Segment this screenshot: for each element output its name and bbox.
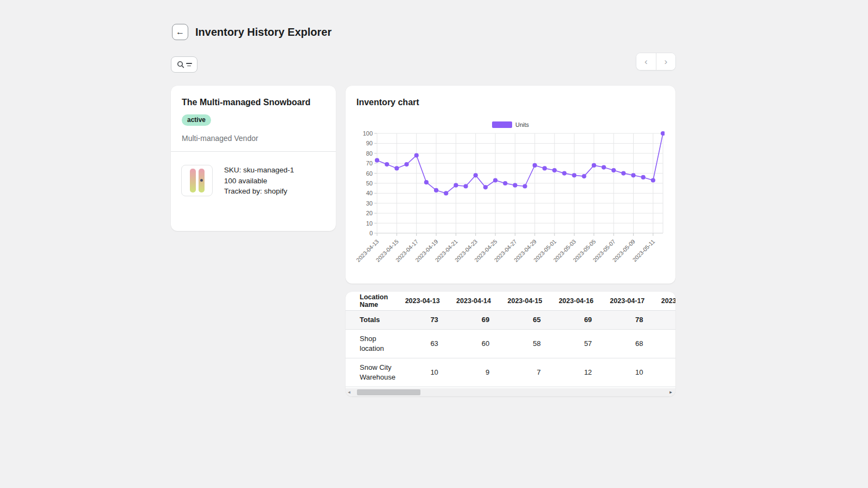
chart-data-point — [493, 178, 497, 182]
scroll-right-icon[interactable]: ▸ — [667, 388, 674, 396]
chart-data-point — [474, 173, 478, 177]
scroll-left-icon[interactable]: ◂ — [346, 388, 353, 396]
value-cell: 10 — [602, 358, 653, 387]
chart-data-point — [611, 168, 616, 172]
chart-data-point — [533, 163, 537, 168]
location-name-cell: Snow City Warehouse — [346, 358, 397, 387]
horizontal-scrollbar[interactable]: ◂ ▸ — [346, 388, 675, 396]
value-cell: 65 — [499, 310, 550, 329]
product-title: The Multi-managed Snowboard — [182, 98, 325, 107]
chart-data-point — [463, 184, 468, 188]
chart-data-point — [513, 183, 517, 188]
value-cell — [653, 310, 675, 329]
chart-data-point — [592, 163, 596, 168]
inventory-line-chart: 01020304050607080901002023-04-132023-04-… — [356, 129, 665, 271]
table-body: Totals7369656978Shop location6360585768S… — [346, 310, 675, 387]
y-axis-tick-label: 100 — [363, 130, 373, 137]
chart-data-point — [375, 158, 379, 163]
chart-data-point — [414, 153, 419, 157]
chart-data-point — [641, 175, 646, 179]
value-cell: 78 — [602, 310, 653, 329]
column-header: 2023-04-16 — [551, 292, 602, 310]
tracked-by-label: Tracked by: shopify — [224, 186, 294, 197]
table-row: Totals7369656978 — [346, 310, 675, 329]
column-header: Location Name — [346, 292, 397, 310]
chart-data-point — [582, 174, 586, 178]
chevron-right-icon: › — [664, 56, 667, 67]
next-page-button[interactable]: › — [656, 53, 676, 70]
vendor-label: Multi-managed Vendor — [182, 134, 325, 143]
previous-page-button[interactable]: ‹ — [636, 53, 656, 70]
product-thumbnail — [181, 165, 213, 196]
value-cell: 7 — [499, 358, 550, 387]
location-name-cell: Shop location — [346, 329, 397, 358]
chart-data-point — [661, 131, 665, 136]
chevron-left-icon: ‹ — [644, 56, 648, 67]
value-cell: 10 — [397, 358, 448, 387]
y-axis-tick-label: 50 — [366, 180, 373, 187]
chart-data-point — [483, 185, 488, 189]
value-cell: 58 — [499, 329, 550, 358]
value-cell — [653, 329, 675, 358]
chart-data-point — [572, 173, 576, 177]
value-cell: 68 — [602, 329, 653, 358]
y-axis-tick-label: 40 — [366, 190, 373, 196]
chart-data-point — [631, 173, 635, 177]
value-cell — [653, 358, 675, 387]
back-button[interactable]: ← — [172, 24, 188, 40]
chart-data-point — [424, 180, 429, 184]
inventory-chart-card: Inventory chart Units 010203040506070809… — [346, 86, 675, 284]
y-axis-tick-label: 0 — [369, 230, 373, 236]
y-axis-tick-label: 30 — [366, 200, 373, 207]
chart-data-point — [444, 191, 448, 195]
product-card: The Multi-managed Snowboard active Multi… — [171, 86, 336, 231]
value-cell: 60 — [448, 329, 499, 358]
column-header: 2023-04-13 — [397, 292, 448, 310]
inventory-table-card: Location Name2023-04-132023-04-142023-04… — [346, 292, 675, 396]
value-cell: 57 — [551, 329, 602, 358]
search-icon — [177, 61, 184, 68]
y-axis-tick-label: 70 — [366, 160, 373, 166]
column-header: 2023-04-14 — [448, 292, 499, 310]
value-cell: 63 — [397, 329, 448, 358]
available-label: 100 available — [224, 176, 294, 187]
chart-data-point — [394, 166, 399, 170]
scrollbar-thumb[interactable] — [357, 389, 420, 395]
column-header: 2023-04-18 — [653, 292, 675, 310]
value-cell: 69 — [448, 310, 499, 329]
chart-data-point — [552, 168, 557, 172]
chart-data-point — [434, 188, 438, 192]
filter-icon — [186, 63, 192, 66]
page-title: Inventory History Explorer — [195, 26, 331, 38]
chart-data-point — [621, 171, 626, 176]
sku-label: SKU: sku-managed-1 — [224, 165, 294, 176]
column-header: 2023-04-15 — [499, 292, 550, 310]
table-header: Location Name2023-04-132023-04-142023-04… — [346, 292, 675, 310]
y-axis-tick-label: 80 — [366, 150, 373, 157]
legend-label: Units — [515, 121, 529, 128]
chart-data-point — [404, 162, 409, 166]
location-name-cell: Totals — [346, 310, 397, 329]
chart-data-point — [542, 166, 547, 170]
chart-data-point — [503, 181, 507, 185]
y-axis-tick-label: 20 — [366, 210, 373, 216]
chart-data-point — [385, 162, 389, 166]
value-cell: 9 — [448, 358, 499, 387]
pagination: ‹ › — [636, 53, 676, 70]
chart-data-point — [562, 171, 566, 176]
inventory-table: Location Name2023-04-132023-04-142023-04… — [346, 292, 675, 387]
y-axis-tick-label: 90 — [366, 140, 373, 146]
chart-legend: Units — [356, 121, 665, 128]
table-row: Shop location6360585768 — [346, 329, 675, 358]
value-cell: 69 — [551, 310, 602, 329]
column-header: 2023-04-17 — [602, 292, 653, 310]
page: ← Inventory History Explorer ‹ › The Mul… — [0, 0, 868, 488]
y-axis-tick-label: 60 — [366, 170, 373, 177]
chart-data-point — [522, 184, 527, 188]
status-badge: active — [182, 114, 211, 126]
search-filter-button[interactable] — [171, 56, 197, 73]
variant-row: SKU: sku-managed-1 100 available Tracked… — [171, 152, 336, 197]
legend-swatch — [492, 121, 512, 128]
value-cell: 73 — [397, 310, 448, 329]
chart-data-point — [602, 165, 606, 169]
